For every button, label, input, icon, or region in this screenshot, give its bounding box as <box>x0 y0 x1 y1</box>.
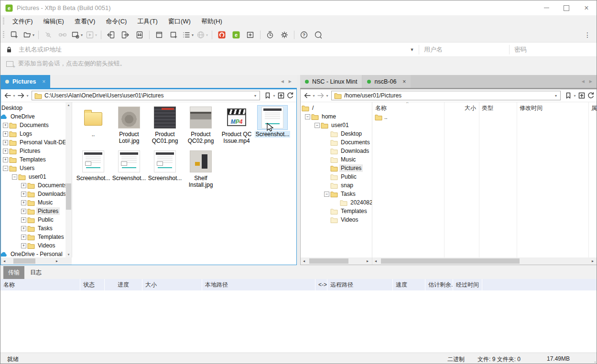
column-separator[interactable] <box>479 102 479 257</box>
menu-item-5[interactable]: 窗口(W) <box>163 18 196 25</box>
forward-history-dropdown-icon[interactable]: ▾ <box>25 94 30 98</box>
expander-icon[interactable]: + <box>21 200 27 205</box>
transfer-column-3[interactable]: 大小 <box>142 279 202 290</box>
local-tree-vertical-scrollbar[interactable]: ▲▼ <box>65 102 72 257</box>
session-properties-button[interactable]: ▾ <box>70 29 84 41</box>
tree-item-onedrive[interactable]: −OneDrive <box>1 112 72 121</box>
tree-item-music[interactable]: +Music <box>21 198 72 207</box>
scroll-right-icon[interactable]: ▸ <box>364 257 371 265</box>
column-header-0[interactable]: 名称^ <box>372 102 444 113</box>
file-item-product-qc-issue-mp4[interactable]: MP4Product QC Issue.mp4 <box>219 105 254 144</box>
menu-item-6[interactable]: 帮助(H) <box>196 18 228 25</box>
scrollbar-thumb[interactable] <box>381 258 520 264</box>
tree-item-public[interactable]: +Public <box>21 215 72 224</box>
remote-tree-horizontal-scrollbar[interactable]: ◂▸ <box>301 257 372 265</box>
tree-item-videos[interactable]: +Videos <box>21 241 72 250</box>
transfer-mode-indicator[interactable]: 二进制 <box>447 355 465 364</box>
tree-item-desktop[interactable]: Desktop <box>324 129 372 138</box>
back-button[interactable] <box>303 91 312 100</box>
refresh-button[interactable] <box>285 91 294 100</box>
tree-item-templates[interactable]: +Templates <box>21 233 72 241</box>
tree-item-documents[interactable]: Documents <box>324 138 372 147</box>
menu-item-3[interactable]: 命令(C) <box>100 18 132 25</box>
tree-item-users[interactable]: −Users <box>3 164 72 172</box>
remote-path-input[interactable]: /home/user01/Pictures ▾ <box>331 91 561 100</box>
remote-session-tab-0[interactable]: NSC - Linux Mint <box>300 75 362 88</box>
tree-item-user01[interactable]: −user01 <box>12 172 72 181</box>
close-tab-icon[interactable]: × <box>402 78 406 85</box>
bookmark-button[interactable] <box>564 91 573 100</box>
expander-icon[interactable]: + <box>3 123 9 128</box>
tree-item-onedrive-personal[interactable]: OneDrive - Personal <box>1 250 72 257</box>
parent-directory-button[interactable] <box>577 91 586 100</box>
expander-icon[interactable]: + <box>21 217 27 223</box>
path-dropdown-icon[interactable]: ▾ <box>253 94 257 98</box>
expander-icon[interactable]: − <box>305 114 311 119</box>
transfer-column-2[interactable]: 进度 <box>105 279 142 290</box>
transfer-tab-0[interactable]: 传输 <box>3 266 24 279</box>
tree-item-music[interactable]: Music <box>324 155 372 164</box>
new-window-button[interactable] <box>167 29 180 41</box>
tree-item-downloads[interactable]: Downloads <box>324 147 372 155</box>
transfer-column-5[interactable]: <-> <box>315 279 327 290</box>
expander-icon[interactable]: − <box>12 174 18 180</box>
expander-icon[interactable]: + <box>21 235 27 240</box>
transfer-column-9[interactable]: 经过时间 <box>453 279 482 290</box>
new-session-button[interactable] <box>8 29 21 41</box>
transfer-tab-1[interactable]: 日志 <box>25 266 46 279</box>
local-path-input[interactable]: C:\Users\Alan\OneDrive\Users\user01\Pict… <box>32 91 260 100</box>
transfer-column-1[interactable]: 状态 <box>80 279 105 290</box>
expander-icon[interactable]: + <box>21 192 27 197</box>
bookmark-dropdown-icon[interactable]: ▾ <box>573 94 577 98</box>
password-input[interactable] <box>510 43 597 56</box>
local-session-tab-0[interactable]: Pictures× <box>0 75 50 88</box>
open-folder-button[interactable]: ▾ <box>22 29 35 41</box>
view-mode-dropdown-icon[interactable]: ▾ <box>192 33 194 37</box>
remote-session-tab-1[interactable]: nscB-06× <box>362 75 411 88</box>
expander-icon[interactable]: + <box>3 149 9 154</box>
expander-icon[interactable]: + <box>3 131 9 137</box>
transfer-column-6[interactable]: 远程路径 <box>327 279 393 290</box>
column-header-3[interactable]: 修改时间 <box>517 102 588 113</box>
transfer-left-button[interactable] <box>104 29 118 41</box>
tree-item-documents[interactable]: +Documents <box>21 181 72 190</box>
compare-window-button[interactable] <box>152 29 166 41</box>
expander-icon[interactable]: + <box>21 183 27 188</box>
forward-button[interactable] <box>316 91 325 100</box>
bookmark-dropdown-icon[interactable]: ▾ <box>272 94 276 98</box>
resize-grip[interactable] <box>595 362 596 363</box>
file-item-product-qc01-png[interactable]: Product QC01.png <box>147 105 183 144</box>
feedback-button[interactable] <box>312 29 325 41</box>
transfer-queue-button[interactable] <box>133 29 146 41</box>
expander-icon[interactable]: + <box>21 209 27 214</box>
toolbar-overflow-icon[interactable]: ⋮ <box>584 31 591 39</box>
session-properties-dropdown-icon[interactable]: ▾ <box>81 33 83 37</box>
tree-item-templates[interactable]: Templates <box>324 207 372 215</box>
menu-item-0[interactable]: 文件(F) <box>7 18 38 25</box>
forward-button[interactable] <box>16 91 25 100</box>
open-in-new-window-button[interactable] <box>244 29 257 41</box>
xshell-button[interactable] <box>215 29 228 41</box>
transfer-column-4[interactable]: 本地路径 <box>202 279 315 290</box>
expander-icon[interactable]: + <box>3 157 9 162</box>
close-button[interactable]: × <box>576 0 597 15</box>
transfer-right-button[interactable] <box>119 29 132 41</box>
file-item-0[interactable]: .. <box>76 105 111 144</box>
minimize-button[interactable] <box>536 0 556 15</box>
column-separator[interactable] <box>588 102 589 257</box>
xftp-button[interactable]: e <box>229 29 243 41</box>
column-header-4[interactable]: 属性 <box>588 102 597 113</box>
file-item-shelf-install-jpg[interactable]: Shelf Install.jpg <box>183 149 218 188</box>
scroll-down-icon[interactable]: ▼ <box>65 253 72 256</box>
close-tab-icon[interactable]: × <box>42 78 45 85</box>
tab-scroll-left-icon[interactable]: ◀ <box>279 79 286 84</box>
tree-item-snap[interactable]: snap <box>324 181 372 190</box>
file-item-screenshot[interactable]: Screenshot... <box>111 149 147 188</box>
column-separator[interactable] <box>517 102 517 257</box>
menu-item-4[interactable]: 工具(T) <box>132 18 163 25</box>
expander-icon[interactable]: + <box>21 243 27 248</box>
tree-item-user01[interactable]: −user01 <box>315 121 372 129</box>
tree-item-20240825[interactable]: 20240825 <box>334 198 372 207</box>
expander-icon[interactable]: + <box>3 140 9 145</box>
tree-item-logs[interactable]: +Logs <box>3 129 72 138</box>
